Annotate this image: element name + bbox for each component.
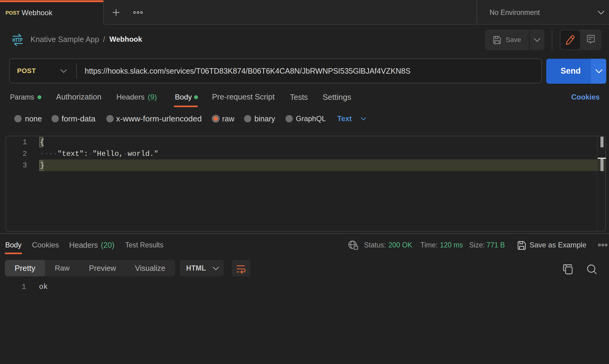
- svg-text:HTTP: HTTP: [12, 37, 23, 43]
